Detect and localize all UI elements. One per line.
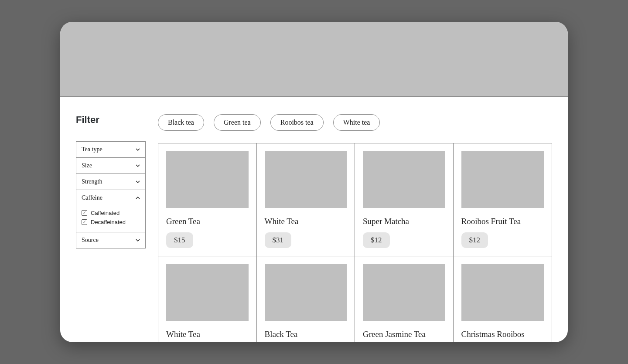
product-card[interactable]: Christmas Rooibos	[454, 256, 552, 342]
product-image-placeholder	[166, 264, 249, 321]
product-card[interactable]: Super Matcha $12	[355, 143, 454, 256]
filter-label: Caffeine	[82, 194, 102, 201]
filter-section-caffeine[interactable]: Caffeine	[76, 190, 145, 206]
filter-label: Size	[82, 162, 92, 169]
hero-banner	[60, 22, 568, 97]
filter-options-caffeine: ✓ Caffeinated ✓ Decaffeinated	[76, 206, 145, 232]
product-card[interactable]: Green Tea $15	[158, 143, 257, 256]
product-image-placeholder	[461, 264, 544, 321]
filter-section-tea-type[interactable]: Tea type	[76, 142, 145, 158]
product-price: $12	[363, 232, 390, 248]
chevron-up-icon	[136, 196, 140, 200]
product-name: White Tea	[265, 217, 347, 226]
filter-label: Tea type	[82, 146, 102, 153]
filter-section-source[interactable]: Source	[76, 232, 145, 248]
product-image-placeholder	[461, 151, 544, 208]
product-name: Super Matcha	[363, 217, 445, 226]
chevron-down-icon	[136, 180, 140, 184]
product-image-placeholder	[363, 264, 445, 321]
filter-sidebar: Filter Tea type Size Strength	[76, 114, 146, 342]
chevron-down-icon	[136, 163, 140, 168]
product-grid: Green Tea $15 White Tea $31 Super Matcha…	[158, 143, 552, 342]
product-name: Christmas Rooibos	[461, 330, 544, 339]
product-name: Black Tea	[265, 330, 347, 339]
product-name: Green Tea	[166, 217, 249, 226]
product-image-placeholder	[363, 151, 445, 208]
checkbox-checked-icon: ✓	[82, 219, 87, 225]
product-image-placeholder	[265, 264, 347, 321]
chip-white-tea[interactable]: White tea	[333, 114, 380, 131]
product-name: White Tea	[166, 330, 249, 339]
filter-option-label: Caffeinated	[91, 210, 119, 216]
filter-option-decaffeinated[interactable]: ✓ Decaffeinated	[82, 218, 140, 227]
chevron-down-icon	[136, 147, 140, 152]
product-price: $31	[265, 232, 292, 248]
filter-label: Strength	[82, 178, 102, 185]
filter-panel: Tea type Size Strength	[76, 141, 146, 248]
product-card[interactable]: Black Tea	[257, 256, 355, 342]
product-card[interactable]: Rooibos Fruit Tea $12	[454, 143, 552, 256]
product-card[interactable]: White Tea	[158, 256, 257, 342]
product-price: $12	[461, 232, 488, 248]
product-name: Rooibos Fruit Tea	[461, 217, 544, 226]
checkbox-checked-icon: ✓	[82, 210, 87, 216]
filter-heading: Filter	[76, 114, 146, 126]
chip-rooibos-tea[interactable]: Rooibos tea	[270, 114, 324, 131]
chevron-down-icon	[136, 238, 140, 242]
content-area: Filter Tea type Size Strength	[60, 97, 568, 342]
filter-section-strength[interactable]: Strength	[76, 174, 145, 190]
filter-label: Source	[82, 237, 99, 244]
filter-section-size[interactable]: Size	[76, 158, 145, 174]
product-name: Green Jasmine Tea	[363, 330, 445, 339]
app-window: Filter Tea type Size Strength	[60, 22, 568, 342]
chip-green-tea[interactable]: Green tea	[214, 114, 261, 131]
product-card[interactable]: Green Jasmine Tea	[355, 256, 454, 342]
main-area: Black tea Green tea Rooibos tea White te…	[158, 114, 552, 342]
product-card[interactable]: White Tea $31	[257, 143, 355, 256]
product-price: $15	[166, 232, 193, 248]
filter-option-label: Decaffeinated	[91, 219, 126, 225]
product-image-placeholder	[265, 151, 347, 208]
filter-option-caffeinated[interactable]: ✓ Caffeinated	[82, 208, 140, 218]
category-chips: Black tea Green tea Rooibos tea White te…	[158, 114, 552, 131]
chip-black-tea[interactable]: Black tea	[158, 114, 204, 131]
product-image-placeholder	[166, 151, 249, 208]
